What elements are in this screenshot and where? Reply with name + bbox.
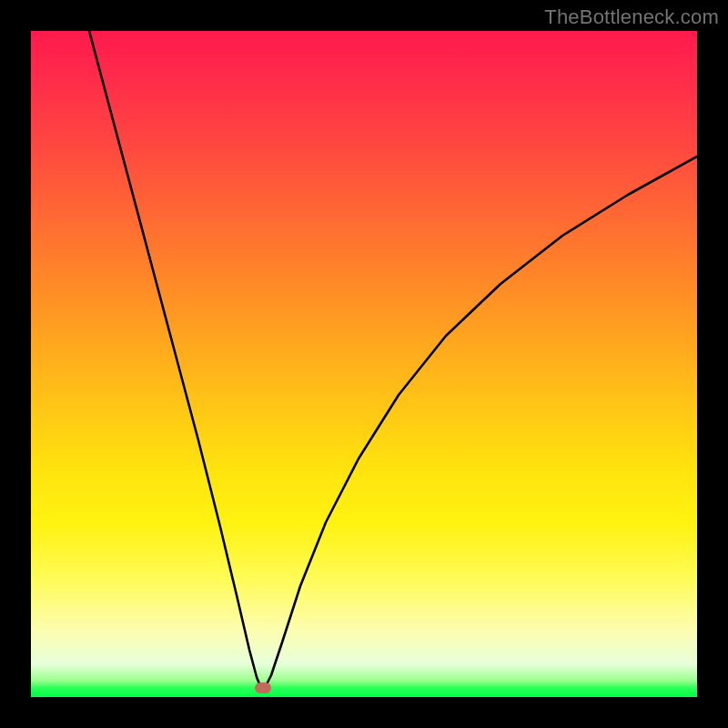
- minimum-marker: [255, 682, 271, 693]
- bottleneck-curve: [31, 31, 697, 697]
- attribution-watermark: TheBottleneck.com: [544, 5, 719, 29]
- chart-frame: TheBottleneck.com: [0, 0, 728, 728]
- plot-area: [31, 31, 697, 697]
